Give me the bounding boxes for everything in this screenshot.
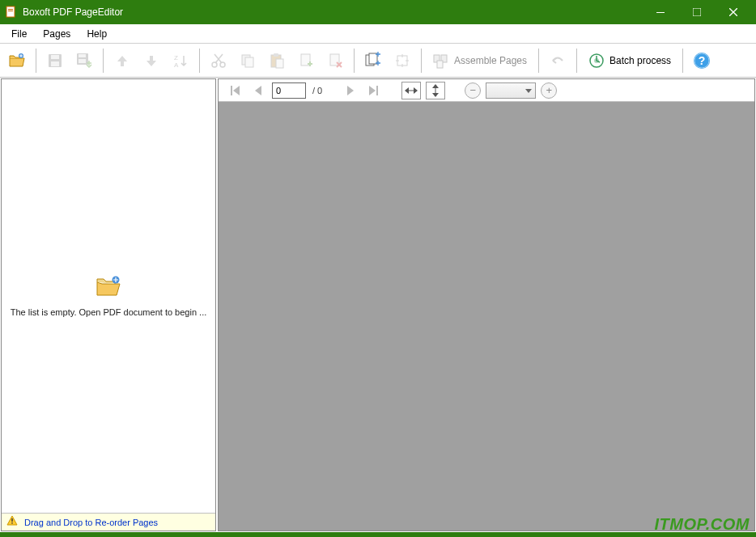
- insert-page-button: [292, 47, 320, 74]
- assemble-pages-label: Assemble Pages: [454, 55, 527, 66]
- svg-text:A: A: [174, 61, 179, 69]
- svg-rect-12: [79, 54, 86, 57]
- svg-rect-2: [8, 11, 13, 11]
- sidebar-hint-bar: Drag and Drop to Re-order Pages: [2, 513, 215, 531]
- page-total-label: / 0: [312, 86, 322, 95]
- window-title: Boxoft PDF PageEditor: [23, 6, 642, 18]
- sort-button: ZA: [167, 47, 194, 74]
- next-page-button: [342, 82, 359, 99]
- preview-canvas: [219, 102, 754, 531]
- menubar: File Pages Help: [0, 24, 756, 44]
- app-icon: [5, 6, 18, 19]
- toolbar-separator: [682, 49, 683, 73]
- delete-page-button: [321, 47, 349, 74]
- svg-rect-44: [376, 86, 378, 95]
- toolbar-separator: [354, 49, 355, 73]
- svg-text:Z: Z: [174, 54, 178, 61]
- paste-button: [263, 47, 291, 74]
- svg-rect-23: [274, 53, 278, 57]
- empty-list-text: The list is empty. Open PDF document to …: [2, 307, 215, 317]
- toolbar-separator: [576, 49, 577, 73]
- svg-rect-1: [8, 9, 13, 10]
- undo-button: [544, 47, 571, 74]
- svg-rect-10: [51, 61, 59, 66]
- close-button[interactable]: [715, 0, 751, 24]
- svg-rect-9: [51, 55, 59, 59]
- assemble-pages-button: Assemble Pages: [427, 47, 533, 74]
- move-down-button: [138, 47, 165, 74]
- main-toolbar: ZA Assemble Pages Batch process ?: [0, 44, 756, 78]
- minimize-button[interactable]: [642, 0, 678, 24]
- workarea: The list is empty. Open PDF document to …: [0, 78, 756, 532]
- toolbar-separator: [538, 49, 539, 73]
- svg-line-19: [214, 54, 222, 63]
- svg-rect-4: [693, 8, 701, 16]
- svg-rect-24: [276, 59, 283, 68]
- reorder-hint: Drag and Drop to Re-order Pages: [24, 518, 158, 527]
- titlebar: Boxoft PDF PageEditor: [0, 0, 756, 24]
- page-number-input[interactable]: [272, 82, 306, 99]
- fit-height-button[interactable]: [426, 82, 445, 99]
- fit-button: [389, 47, 416, 74]
- svg-rect-21: [245, 57, 253, 67]
- last-page-button: [364, 82, 382, 99]
- open-folder-icon: [96, 276, 121, 301]
- zoom-combo[interactable]: [486, 82, 536, 99]
- open-button[interactable]: [3, 47, 31, 74]
- batch-process-label: Batch process: [609, 55, 671, 66]
- fit-width-button[interactable]: [401, 82, 421, 99]
- svg-point-16: [212, 62, 217, 67]
- zoom-in-button[interactable]: +: [541, 82, 557, 99]
- svg-rect-43: [231, 86, 232, 95]
- batch-process-button[interactable]: Batch process: [582, 47, 677, 74]
- copy-button: [234, 47, 261, 74]
- page-list-body[interactable]: The list is empty. Open PDF document to …: [2, 79, 215, 513]
- svg-rect-34: [437, 61, 443, 68]
- menu-help[interactable]: Help: [79, 26, 115, 42]
- svg-rect-3: [656, 12, 665, 13]
- toolbar-separator: [199, 49, 200, 73]
- svg-line-18: [215, 54, 223, 63]
- toolbar-separator: [103, 49, 104, 73]
- prev-page-button: [249, 82, 267, 99]
- svg-rect-13: [79, 59, 86, 63]
- cut-button: [205, 47, 232, 74]
- toolbar-separator: [36, 49, 36, 73]
- preview-panel: / 0 − +: [218, 78, 755, 531]
- page-list-panel: The list is empty. Open PDF document to …: [1, 78, 216, 531]
- window-border-bottom: [0, 532, 756, 537]
- first-page-button: [227, 82, 244, 99]
- save-button: [41, 47, 69, 74]
- menu-file[interactable]: File: [3, 26, 35, 42]
- svg-point-36: [594, 58, 599, 63]
- svg-rect-0: [6, 6, 15, 17]
- maximize-button[interactable]: [678, 0, 715, 24]
- svg-point-17: [220, 62, 225, 67]
- svg-rect-41: [11, 518, 12, 522]
- warning-icon: [6, 515, 18, 529]
- properties-button[interactable]: [359, 47, 387, 74]
- preview-toolbar: / 0 − +: [219, 79, 754, 102]
- toolbar-separator: [421, 49, 422, 73]
- move-up-button: [108, 47, 136, 74]
- svg-rect-42: [11, 522, 12, 524]
- save-as-button: [70, 47, 98, 74]
- menu-pages[interactable]: Pages: [35, 26, 79, 42]
- help-button[interactable]: ?: [688, 47, 716, 74]
- zoom-out-button[interactable]: −: [465, 82, 481, 99]
- svg-rect-30: [369, 53, 377, 64]
- svg-text:?: ?: [699, 54, 706, 67]
